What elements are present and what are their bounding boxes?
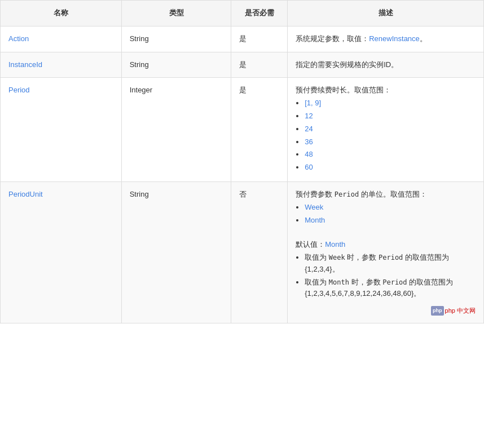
api-params-table: 名称 类型 是否必需 描述 Action String 是 系统规定参数，取值：… <box>0 0 484 323</box>
table-row: InstanceId String 是 指定的需要实例规格的实例ID。 <box>1 52 484 78</box>
instanceid-link[interactable]: InstanceId <box>8 60 42 69</box>
period-desc-list: [1, 9] 12 24 36 48 60 <box>305 97 476 174</box>
watermark-container: php php 中文网 <box>296 304 476 316</box>
table-header-row: 名称 类型 是否必需 描述 <box>1 1 484 26</box>
header-required: 是否必需 <box>231 1 288 26</box>
periodunit-link[interactable]: PeriodUnit <box>8 190 43 198</box>
week-link[interactable]: Week <box>305 203 323 211</box>
row-instanceid-type: String <box>121 52 231 78</box>
header-name: 名称 <box>1 1 122 26</box>
list-item: 取值为 Month 时，参数 Period 的取值范围为{1,2,3,4,5,6… <box>305 277 476 300</box>
row-action-type: String <box>121 26 231 52</box>
row-periodunit-required: 否 <box>231 181 288 323</box>
period-48-link[interactable]: 48 <box>305 150 313 158</box>
list-item: 48 <box>305 149 476 161</box>
row-period-type: Integer <box>121 78 231 182</box>
period-link[interactable]: Period <box>8 86 30 94</box>
periodunit-default: 默认值：Month <box>296 240 345 249</box>
php-watermark: php php 中文网 <box>431 306 476 316</box>
periodunit-list1: Week Month <box>305 202 476 227</box>
month-note: 取值为 Month 时，参数 Period 的取值范围为{1,2,3,4,5,6… <box>305 278 453 298</box>
row-periodunit-desc: 预付费参数 Period 的单位。取值范围： Week Month 默认值：Mo… <box>288 181 484 323</box>
list-item: Month <box>305 215 476 227</box>
action-desc-text: 系统规定参数，取值： <box>296 34 369 43</box>
instanceid-desc-text: 指定的需要实例规格的实例ID。 <box>296 60 398 69</box>
row-action-desc: 系统规定参数，取值：RenewInstance。 <box>288 26 484 52</box>
row-period-desc: 预付费续费时长。取值范围： [1, 9] 12 24 36 48 60 <box>288 78 484 182</box>
table-row: PeriodUnit String 否 预付费参数 Period 的单位。取值范… <box>1 181 484 323</box>
week-note: 取值为 Week 时，参数 Period 的取值范围为{1,2,3,4}。 <box>305 253 449 273</box>
periodunit-list2: 取值为 Week 时，参数 Period 的取值范围为{1,2,3,4}。 取值… <box>305 252 476 300</box>
period-36-link[interactable]: 36 <box>305 137 313 146</box>
period-60-link[interactable]: 60 <box>305 163 313 171</box>
list-item: 36 <box>305 136 476 148</box>
header-type: 类型 <box>121 1 231 26</box>
row-period-name: Period <box>1 78 122 182</box>
row-period-required: 是 <box>231 78 288 182</box>
row-instanceid-desc: 指定的需要实例规格的实例ID。 <box>288 52 484 78</box>
row-instanceid-name: InstanceId <box>1 52 122 78</box>
row-action-required: 是 <box>231 26 288 52</box>
list-item: 60 <box>305 162 476 174</box>
periodunit-desc-intro: 预付费参数 Period 的单位。取值范围： <box>296 190 427 198</box>
php-icon: php <box>431 306 444 315</box>
row-instanceid-required: 是 <box>231 52 288 78</box>
period-24-link[interactable]: 24 <box>305 125 313 133</box>
list-item: 12 <box>305 110 476 122</box>
table-row: Action String 是 系统规定参数，取值：RenewInstance。 <box>1 26 484 52</box>
list-item: 取值为 Week 时，参数 Period 的取值范围为{1,2,3,4}。 <box>305 252 476 276</box>
row-periodunit-type: String <box>121 181 231 323</box>
list-item: [1, 9] <box>305 97 476 109</box>
action-link[interactable]: Action <box>8 34 29 43</box>
action-desc-link[interactable]: RenewInstance <box>369 34 420 43</box>
period-desc-intro: 预付费续费时长。取值范围： <box>296 86 391 94</box>
watermark-text: php 中文网 <box>445 306 476 316</box>
header-description: 描述 <box>288 1 484 26</box>
default-month-link[interactable]: Month <box>325 240 345 249</box>
table-row: Period Integer 是 预付费续费时长。取值范围： [1, 9] 12… <box>1 78 484 182</box>
row-periodunit-name: PeriodUnit <box>1 181 122 323</box>
period-range-link[interactable]: [1, 9] <box>305 99 321 107</box>
row-action-name: Action <box>1 26 122 52</box>
period-12-link[interactable]: 12 <box>305 112 313 120</box>
action-desc-period: 。 <box>420 34 427 43</box>
list-item: Week <box>305 202 476 214</box>
month-link[interactable]: Month <box>305 216 325 224</box>
list-item: 24 <box>305 123 476 135</box>
